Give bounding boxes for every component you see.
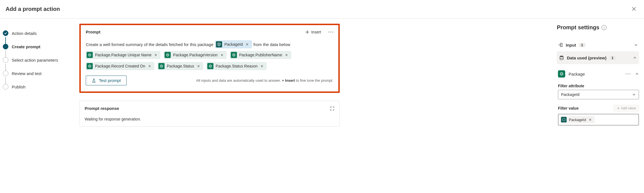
database-icon [559,55,564,60]
step-review-and-test[interactable]: Review and test [3,67,73,80]
more-icon [626,73,631,75]
step-circle-completed [3,30,8,36]
info-icon[interactable]: i [602,25,607,30]
chip-remove[interactable]: ✕ [148,64,152,68]
check-icon [4,32,7,35]
filter-attribute-label: Filter attribute [558,84,639,88]
data-icon [87,63,93,69]
chip-publisher-name[interactable]: Package.PublisherName ✕ [230,51,291,59]
response-body: Waiting for response generation. [85,117,334,121]
insert-button[interactable]: Insert [305,30,321,34]
filter-attribute-select[interactable]: PackageId [558,90,639,99]
step-label: Action details [12,31,37,36]
step-publish[interactable]: Publish [3,80,73,93]
test-prompt-label: Test prompt [99,78,121,83]
chip-remove[interactable]: ✕ [284,53,289,57]
insert-label: Insert [311,30,321,34]
step-label: Create prompt [12,44,41,49]
add-value-button[interactable]: Add value [614,105,639,112]
data-icon [231,52,237,58]
step-create-prompt[interactable]: Create prompt [3,40,73,53]
package-icon [558,70,565,78]
chip-package-version[interactable]: Package.PackageVersion ✕ [164,51,227,59]
beaker-icon [92,78,96,83]
inline-chip-packageid[interactable]: PackageId ✕ [215,40,252,48]
svg-point-12 [628,74,629,74]
chip-remove[interactable]: ✕ [154,53,158,57]
chip-record-created-on[interactable]: Package.Record Created On ✕ [86,62,154,70]
chip-label: PackageId [224,42,243,47]
filter-value-chip-label: PackageId [569,118,586,122]
step-label: Review and test [12,71,42,76]
more-icon [328,31,333,33]
svg-point-9 [560,56,563,57]
data-icon [207,63,213,69]
chip-remove[interactable]: ✕ [245,42,249,47]
prompt-settings-panel: Prompt settings i Input 1 Data used (pre… [552,19,644,193]
chevron-up-icon [633,56,637,60]
add-value-label: Add value [621,106,636,110]
chip-label: Package.PackageVersion [173,53,218,57]
data-icon [165,52,171,58]
svg-point-13 [630,74,631,74]
step-nav: Action details Create prompt Select acti… [0,19,73,193]
chip-remove[interactable]: ✕ [588,118,592,122]
package-more-button[interactable] [626,73,631,75]
step-label: Select action parameters [12,58,58,62]
more-button[interactable] [328,31,333,33]
expand-icon [330,106,334,111]
input-section[interactable]: Input 1 [557,38,639,51]
data-used-section[interactable]: Data used (preview) 1 [557,51,639,64]
dialog-title: Add a prompt action [6,6,60,12]
chip-remove[interactable]: ✕ [260,64,264,68]
step-circle-current [3,44,8,49]
data-icon [158,63,165,69]
prompt-text-before: Create a well formed summary of the deta… [86,42,213,47]
data-icon [561,117,567,122]
svg-point-1 [331,32,331,32]
dialog-header: Add a prompt action [0,0,644,19]
svg-point-11 [626,74,627,74]
prompt-hint: All inputs and data are automatically us… [196,78,333,83]
input-label: Input [566,43,576,47]
step-circle [3,71,8,76]
chevron-down-icon [634,43,638,47]
chip-status-reason[interactable]: Package.Status Reason ✕ [206,62,267,70]
svg-point-0 [329,32,329,32]
package-label: Package [569,72,585,76]
data-icon [216,41,222,47]
close-icon [632,7,636,11]
prompt-text-after: from the data below [253,42,290,47]
step-select-action-parameters[interactable]: Select action parameters [3,53,73,67]
response-card: Prompt response Waiting for response gen… [79,101,340,127]
chip-label: Package.Status [167,64,194,68]
chip-remove[interactable]: ✕ [220,53,224,57]
chip-remove[interactable]: ✕ [196,64,201,68]
step-label: Publish [12,85,25,89]
settings-title: Prompt settings [557,24,599,31]
plus-icon [305,30,310,34]
chip-label: Package.Package Unique Name [95,53,151,57]
test-prompt-button[interactable]: Test prompt [86,76,127,85]
chevron-up-icon[interactable] [635,72,639,76]
prompt-editor[interactable]: Create a well formed summary of the deta… [86,40,333,48]
filter-value-chip[interactable]: PackageId ✕ [560,116,595,123]
input-icon [558,42,563,47]
chip-package-unique-name[interactable]: Package.Package Unique Name ✕ [86,51,160,59]
chip-status[interactable]: Package.Status ✕ [158,62,203,70]
filter-value-input[interactable]: PackageId ✕ [558,114,639,126]
data-used-label: Data used (preview) [567,56,607,60]
chip-label: Package.Status Reason [216,64,258,68]
prompt-section-title: Prompt [86,30,101,34]
chip-label: Package.PublisherName [239,53,282,57]
close-button[interactable] [629,4,638,13]
step-circle [3,84,8,90]
chip-label: Package.Record Created On [95,64,145,68]
center-column: Prompt Insert Create a well formed summa… [73,19,346,193]
filter-attribute-value: PackageId [561,92,579,97]
expand-button[interactable] [330,106,334,111]
step-action-details[interactable]: Action details [3,26,73,40]
data-icon [87,52,93,58]
prompt-card: Prompt Insert Create a well formed summa… [79,24,340,93]
chevron-down-icon [632,93,636,96]
